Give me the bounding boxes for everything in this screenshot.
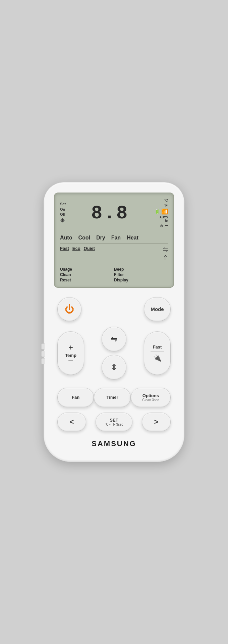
options-button-label: Options bbox=[142, 393, 159, 398]
lcd-set-label: Set bbox=[60, 202, 66, 207]
eco-plug-icon: 🔌 bbox=[153, 354, 162, 362]
bump-3 bbox=[41, 358, 45, 364]
lcd-fahrenheit: °F bbox=[164, 203, 168, 208]
lcd-filter: Filter bbox=[114, 272, 168, 277]
remote-control: Set On Off ☀ 8.8 °C °F 🔋 📶 AUTO bbox=[44, 182, 184, 462]
btn-row-power-mode: ⏻ Mode bbox=[54, 297, 174, 321]
mode-dry: Dry bbox=[96, 235, 105, 241]
lcd-temp-units: °C °F bbox=[164, 198, 168, 208]
mode-fan: Fan bbox=[111, 235, 121, 241]
btn-row-bottom-controls: Fan Timer Options Clean 3sec bbox=[54, 388, 174, 407]
set-button-label: SET bbox=[110, 418, 118, 423]
set-button[interactable]: SET °C↔°F 3sec bbox=[96, 413, 132, 431]
side-bumps bbox=[41, 343, 45, 364]
fan-button[interactable]: Fan bbox=[57, 388, 94, 407]
lcd-hr-auto: AUTO hr bbox=[160, 216, 168, 222]
btn-row-nav: < SET °C↔°F 3sec > bbox=[54, 413, 174, 431]
wifi-icon: 📶 bbox=[161, 208, 168, 215]
lcd-temperature-digits: 8.8 bbox=[91, 204, 129, 223]
fast-label: Fast bbox=[153, 344, 162, 350]
lcd-usage: Usage bbox=[60, 267, 114, 272]
battery-icon: 🔋 bbox=[154, 209, 160, 214]
lcd-sun-icon: ☀ bbox=[60, 217, 66, 224]
mode-button-label: Mode bbox=[151, 306, 164, 312]
fan-bars-icon: ▪▪▪ bbox=[165, 223, 168, 228]
fan-direction-column: ⇋ ⇕ bbox=[102, 327, 126, 380]
lcd-fan-speed-icons: ❄ ▪▪▪ bbox=[160, 223, 168, 228]
lcd-beep: Beep bbox=[114, 267, 168, 272]
power-icon: ⏻ bbox=[65, 304, 74, 315]
fast-divider bbox=[151, 352, 164, 352]
lcd-hr-label: hr bbox=[165, 219, 168, 222]
right-arrow-icon: > bbox=[154, 418, 159, 426]
fan-button-label: Fan bbox=[72, 395, 79, 400]
lcd-status-icons: 🔋 📶 AUTO hr ❄ ▪▪▪ bbox=[154, 208, 168, 228]
temp-minus-icon: − bbox=[68, 359, 73, 363]
buttons-section: ⏻ Mode + Temp − ⇋ ⇕ bbox=[54, 297, 174, 431]
lcd-on-label: On bbox=[60, 207, 66, 212]
lcd-mode-row: Auto Cool Dry Fan Heat bbox=[60, 235, 168, 244]
options-button[interactable]: Options Clean 3sec bbox=[131, 388, 171, 407]
power-button[interactable]: ⏻ bbox=[57, 297, 81, 321]
mode-cool: Cool bbox=[78, 235, 90, 241]
lcd-speed-items: Fast Eco Quiet bbox=[60, 246, 95, 251]
left-button[interactable]: < bbox=[57, 413, 86, 431]
mode-button[interactable]: Mode bbox=[144, 297, 171, 321]
fan-horizontal-icon: ⇋ bbox=[111, 334, 117, 344]
lcd-right-column: °C °F 🔋 📶 AUTO hr ❄ ▪▪▪ bbox=[154, 198, 168, 228]
lcd-display: Display bbox=[114, 278, 168, 282]
fan-vertical-button[interactable]: ⇕ bbox=[102, 355, 126, 380]
speed-quiet: Quiet bbox=[84, 246, 95, 251]
lcd-reset: Reset bbox=[60, 278, 114, 282]
right-button[interactable]: > bbox=[142, 413, 171, 431]
lcd-bottom-row: Usage Beep Clean Filter Reset Display bbox=[60, 267, 168, 282]
lcd-celsius: °C bbox=[164, 198, 168, 203]
mode-heat: Heat bbox=[127, 235, 138, 241]
fan-horizontal-button[interactable]: ⇋ bbox=[102, 327, 126, 352]
lcd-airflow-icons: ⇋ ⇑ bbox=[163, 246, 168, 261]
lcd-display: Set On Off ☀ 8.8 °C °F 🔋 📶 AUTO bbox=[54, 193, 174, 288]
lcd-speed-row: Fast Eco Quiet ⇋ ⇑ bbox=[60, 246, 168, 264]
fast-eco-button[interactable]: Fast 🔌 bbox=[144, 331, 171, 375]
airflow-swing-icon: ⇋ bbox=[163, 246, 168, 253]
temp-button[interactable]: + Temp − bbox=[57, 331, 84, 375]
fan-spin-icon: ❄ bbox=[160, 223, 164, 228]
brand-logo: SAMSUNG bbox=[54, 439, 174, 448]
options-sub-label: Clean 3sec bbox=[142, 398, 159, 402]
lcd-battery-wifi-icons: 🔋 📶 bbox=[154, 208, 168, 215]
left-arrow-icon: < bbox=[70, 418, 74, 426]
lcd-clean: Clean bbox=[60, 272, 114, 277]
btn-row-temp-fan: + Temp − ⇋ ⇕ Fast 🔌 bbox=[54, 327, 174, 380]
temp-plus-icon: + bbox=[68, 343, 73, 352]
timer-button-label: Timer bbox=[106, 395, 118, 400]
timer-button[interactable]: Timer bbox=[94, 388, 130, 407]
bump-2 bbox=[41, 351, 45, 357]
bump-1 bbox=[41, 343, 45, 350]
airflow-up-icon: ⇑ bbox=[163, 254, 168, 261]
lcd-auto-label: AUTO bbox=[160, 216, 168, 219]
speed-eco: Eco bbox=[72, 246, 80, 251]
lcd-top-section: Set On Off ☀ 8.8 °C °F 🔋 📶 AUTO bbox=[60, 198, 168, 232]
speed-fast: Fast bbox=[60, 246, 69, 251]
lcd-off-label: Off bbox=[60, 212, 66, 217]
mode-auto: Auto bbox=[60, 235, 72, 241]
lcd-status-labels: Set On Off ☀ bbox=[60, 202, 66, 225]
set-sub-label: °C↔°F 3sec bbox=[105, 423, 123, 426]
fan-vertical-icon: ⇕ bbox=[111, 363, 117, 372]
